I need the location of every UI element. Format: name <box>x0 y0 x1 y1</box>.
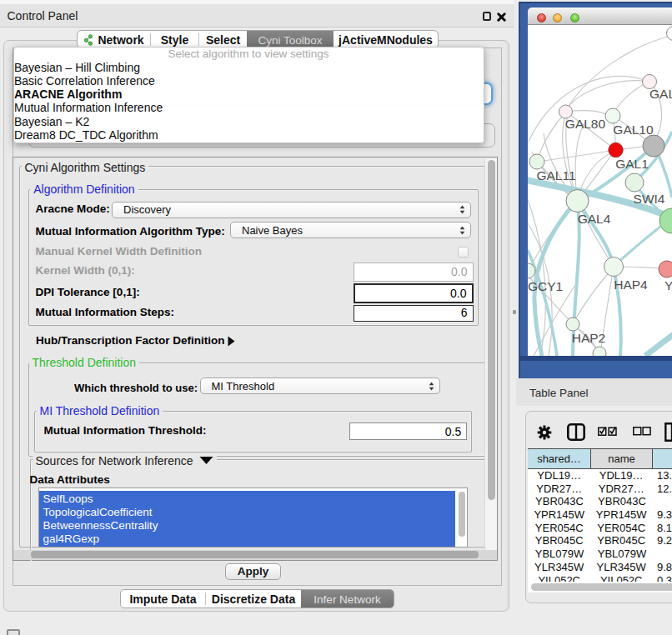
svg-text:GAL4: GAL4 <box>578 212 611 226</box>
svg-text:HAP2: HAP2 <box>572 331 606 345</box>
svg-text:GAL11: GAL11 <box>536 168 575 182</box>
svg-text:HAP4: HAP4 <box>614 278 648 292</box>
svg-text:GCY1: GCY1 <box>528 279 563 293</box>
svg-text:GAL1: GAL1 <box>615 157 649 171</box>
svg-text:Y: Y <box>664 278 672 292</box>
svg-text:GAL80: GAL80 <box>565 117 606 131</box>
svg-text:GAL7: GAL7 <box>649 87 672 101</box>
svg-text:GAL10: GAL10 <box>613 122 654 137</box>
svg-text:SWI4: SWI4 <box>634 192 665 206</box>
